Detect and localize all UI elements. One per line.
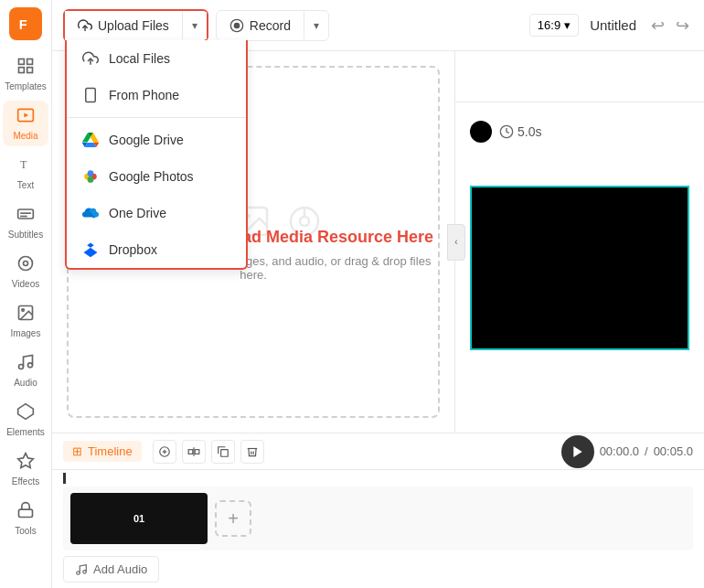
duration-display: 5.0s xyxy=(499,124,541,139)
svg-point-12 xyxy=(24,262,28,266)
sidebar-item-elements[interactable]: Elements xyxy=(3,397,48,443)
templates-icon xyxy=(16,57,35,80)
sidebar-item-audio[interactable]: Audio xyxy=(3,347,48,393)
svg-rect-19 xyxy=(19,509,33,517)
svg-point-14 xyxy=(22,309,24,312)
sidebar: F Templates Media T Text xyxy=(0,0,52,588)
video-clip-01[interactable]: 01 xyxy=(70,493,208,544)
delete-control[interactable] xyxy=(240,440,264,464)
split-control[interactable] xyxy=(182,440,206,464)
timeline-toolbar: ⊞ Timeline xyxy=(52,433,704,470)
one-drive-label: One Drive xyxy=(109,206,166,220)
sidebar-item-tools-label: Tools xyxy=(15,526,36,536)
sidebar-item-videos-label: Videos xyxy=(12,279,39,289)
sidebar-item-templates[interactable]: Templates xyxy=(3,51,48,97)
sidebar-item-elements-label: Elements xyxy=(6,427,45,437)
svg-point-27 xyxy=(88,176,94,183)
upload-files-dropdown-arrow[interactable]: ▾ xyxy=(182,12,207,39)
svg-rect-1 xyxy=(19,59,25,65)
dropdown-local-files[interactable]: Local Files xyxy=(67,40,246,77)
svg-marker-47 xyxy=(573,446,581,457)
dropdown-divider xyxy=(67,117,246,118)
videos-icon xyxy=(16,254,35,277)
aspect-ratio-button[interactable]: 16:9 ▾ xyxy=(529,14,579,37)
sidebar-item-videos[interactable]: Videos xyxy=(3,249,48,294)
svg-point-49 xyxy=(83,570,87,573)
audio-icon xyxy=(16,353,35,376)
panel-collapse-button[interactable]: ‹ xyxy=(447,224,465,261)
time-separator: / xyxy=(645,444,648,458)
svg-point-15 xyxy=(19,365,24,369)
dropdown-google-photos[interactable]: Google Photos xyxy=(67,158,246,195)
dropbox-icon xyxy=(81,241,100,259)
svg-rect-44 xyxy=(220,449,228,456)
preview-indicators: 5.0s xyxy=(470,121,541,143)
main-content: Upload Files ▾ Local Files xyxy=(52,0,704,588)
record-button[interactable]: Record xyxy=(217,11,304,40)
tools-icon xyxy=(16,501,35,524)
timeline-tab[interactable]: ⊞ Timeline xyxy=(63,441,142,462)
elements-icon xyxy=(16,402,35,425)
effects-icon xyxy=(16,452,35,475)
record-label: Record xyxy=(250,18,291,33)
svg-point-48 xyxy=(77,571,80,574)
svg-point-26 xyxy=(88,170,94,176)
sidebar-item-images-label: Images xyxy=(11,328,41,338)
from-phone-icon xyxy=(81,86,100,104)
sidebar-item-effects[interactable]: Effects xyxy=(3,446,48,492)
time-total: 00:05.0 xyxy=(654,444,693,458)
preview-content: 5.0s xyxy=(455,102,704,433)
google-photos-label: Google Photos xyxy=(109,169,194,184)
add-clip-control[interactable] xyxy=(153,440,176,464)
sidebar-item-text[interactable]: T Text xyxy=(3,150,48,196)
add-audio-button[interactable]: Add Audio xyxy=(63,556,159,583)
undo-button[interactable]: ↩ xyxy=(647,12,668,39)
svg-rect-42 xyxy=(195,449,199,454)
svg-point-16 xyxy=(28,363,33,368)
video-track: 01 + xyxy=(63,486,693,551)
sidebar-item-audio-label: Audio xyxy=(14,378,37,388)
topbar-right: 16:9 ▾ Untitled ↩ ↪ xyxy=(529,12,693,39)
preview-toolbar xyxy=(455,51,704,102)
project-title[interactable]: Untitled xyxy=(590,17,636,33)
add-clip-button[interactable]: + xyxy=(215,500,251,537)
svg-point-29 xyxy=(234,23,239,27)
timeline-tab-label: Timeline xyxy=(88,444,133,458)
scrubber-head xyxy=(63,473,66,484)
from-phone-label: From Phone xyxy=(109,88,179,102)
record-icon xyxy=(229,18,244,33)
local-files-icon xyxy=(81,49,100,68)
play-button[interactable] xyxy=(561,435,594,468)
sidebar-item-images[interactable]: Images xyxy=(3,298,48,344)
undo-redo-controls: ↩ ↪ xyxy=(647,12,693,39)
dropdown-one-drive[interactable]: One Drive xyxy=(67,195,246,231)
svg-text:T: T xyxy=(20,159,27,171)
sidebar-item-subtitles[interactable]: Subtitles xyxy=(3,199,48,245)
clip-label: 01 xyxy=(133,513,144,524)
dropdown-dropbox[interactable]: Dropbox xyxy=(67,231,246,268)
dropbox-label: Dropbox xyxy=(109,242,157,257)
svg-rect-22 xyxy=(86,88,96,102)
aspect-ratio-chevron: ▾ xyxy=(564,18,571,32)
aspect-ratio-value: 16:9 xyxy=(538,18,560,32)
sidebar-item-media[interactable]: Media xyxy=(3,101,48,146)
dropdown-google-drive[interactable]: Google Drive xyxy=(67,122,246,158)
text-icon: T xyxy=(16,155,35,178)
sidebar-item-tools[interactable]: Tools xyxy=(3,496,48,541)
time-current: 00:00.0 xyxy=(600,444,639,458)
add-audio-icon xyxy=(75,563,88,576)
preview-panel: 5.0s xyxy=(455,51,704,433)
svg-rect-2 xyxy=(27,59,33,65)
redo-button[interactable]: ↪ xyxy=(672,12,693,39)
svg-marker-17 xyxy=(18,404,34,420)
timeline-content: 01 + Add Audio xyxy=(52,470,704,588)
upload-files-button[interactable]: Upload Files xyxy=(65,11,182,40)
app-logo[interactable]: F xyxy=(9,7,42,40)
google-drive-label: Google Drive xyxy=(109,133,184,147)
dropdown-from-phone[interactable]: From Phone xyxy=(67,77,246,113)
duplicate-control[interactable] xyxy=(211,440,235,464)
record-dropdown-arrow[interactable]: ▾ xyxy=(304,12,328,39)
svg-text:F: F xyxy=(19,17,27,32)
sidebar-item-media-label: Media xyxy=(13,131,37,141)
svg-rect-41 xyxy=(188,449,193,454)
